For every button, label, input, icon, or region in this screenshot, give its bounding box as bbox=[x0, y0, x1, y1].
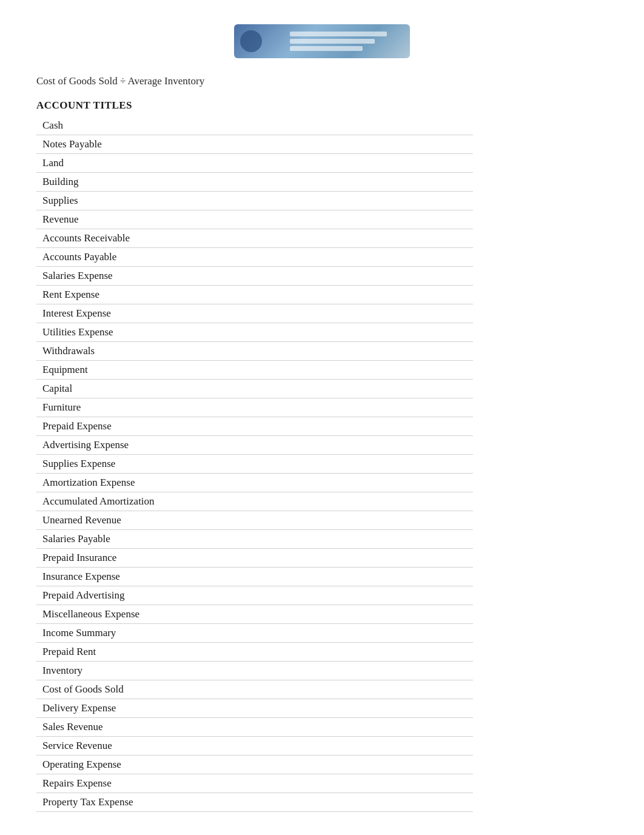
table-row: Cash bbox=[36, 116, 473, 135]
table-row: Furniture bbox=[36, 398, 473, 417]
account-title: Repairs Expense bbox=[36, 774, 473, 793]
table-row: Prepaid Advertising bbox=[36, 586, 473, 605]
account-title: Furniture bbox=[36, 398, 473, 417]
table-row: Income Summary bbox=[36, 624, 473, 643]
table-row: Interest Expense bbox=[36, 304, 473, 323]
account-title: Prepaid Rent bbox=[36, 643, 473, 662]
account-title: Advertising Expense bbox=[36, 436, 473, 455]
table-row: Withdrawals bbox=[36, 342, 473, 361]
subtitle: Cost of Goods Sold ÷ Average Inventory bbox=[36, 75, 204, 87]
table-row: Prepaid Expense bbox=[36, 417, 473, 436]
account-title: Revenue bbox=[36, 210, 473, 229]
account-title: Amortization Expense bbox=[36, 474, 473, 492]
page: Cost of Goods Sold ÷ Average Inventory A… bbox=[0, 0, 644, 835]
logo-text bbox=[290, 32, 387, 51]
logo-line-3 bbox=[290, 46, 363, 51]
account-title: Rent Expense bbox=[36, 286, 473, 304]
account-title: Notes Payable bbox=[36, 135, 473, 154]
account-title: Income Summary bbox=[36, 624, 473, 643]
logo-line-2 bbox=[290, 39, 375, 44]
account-title: Property Tax Expense bbox=[36, 793, 473, 812]
account-title: Supplies Expense bbox=[36, 455, 473, 474]
account-title: Equipment bbox=[36, 361, 473, 380]
account-title: Service Revenue bbox=[36, 737, 473, 756]
account-title: Accounts Receivable bbox=[36, 229, 473, 248]
account-title: Capital bbox=[36, 380, 473, 398]
account-title: Inventory bbox=[36, 662, 473, 680]
table-row: Accounts Payable bbox=[36, 248, 473, 267]
table-row: Salaries Payable bbox=[36, 530, 473, 549]
account-title: Prepaid Expense bbox=[36, 417, 473, 436]
table-row: Salaries Expense bbox=[36, 267, 473, 286]
table-row: Insurance Expense bbox=[36, 568, 473, 586]
section-title: ACCOUNT TITLES bbox=[36, 99, 132, 112]
account-title: Delivery Expense bbox=[36, 699, 473, 718]
table-row: Supplies bbox=[36, 192, 473, 210]
table-row: Repairs Expense bbox=[36, 774, 473, 793]
table-row: Cost of Goods Sold bbox=[36, 680, 473, 699]
table-row: Land bbox=[36, 154, 473, 173]
account-title: Building bbox=[36, 173, 473, 192]
table-row: Accounts Receivable bbox=[36, 229, 473, 248]
logo bbox=[234, 24, 410, 58]
table-row: Delivery Expense bbox=[36, 699, 473, 718]
table-row: Notes Payable bbox=[36, 135, 473, 154]
account-title: Accounts Payable bbox=[36, 248, 473, 267]
table-row: Advertising Expense bbox=[36, 436, 473, 455]
account-title: Operating Expense bbox=[36, 756, 473, 774]
accounts-table: CashNotes PayableLandBuildingSuppliesRev… bbox=[36, 116, 473, 812]
table-row: Inventory bbox=[36, 662, 473, 680]
account-title: Insurance Expense bbox=[36, 568, 473, 586]
account-title: Salaries Payable bbox=[36, 530, 473, 549]
account-title: Prepaid Advertising bbox=[36, 586, 473, 605]
account-title: Utilities Expense bbox=[36, 323, 473, 342]
table-row: Supplies Expense bbox=[36, 455, 473, 474]
account-title: Miscellaneous Expense bbox=[36, 605, 473, 624]
table-row: Prepaid Rent bbox=[36, 643, 473, 662]
account-title: Unearned Revenue bbox=[36, 511, 473, 530]
table-row: Unearned Revenue bbox=[36, 511, 473, 530]
table-row: Amortization Expense bbox=[36, 474, 473, 492]
table-row: Equipment bbox=[36, 361, 473, 380]
table-row: Building bbox=[36, 173, 473, 192]
account-title: Cash bbox=[36, 116, 473, 135]
table-row: Utilities Expense bbox=[36, 323, 473, 342]
account-title: Cost of Goods Sold bbox=[36, 680, 473, 699]
table-row: Prepaid Insurance bbox=[36, 549, 473, 568]
table-row: Capital bbox=[36, 380, 473, 398]
table-row: Sales Revenue bbox=[36, 718, 473, 737]
account-title: Prepaid Insurance bbox=[36, 549, 473, 568]
table-row: Revenue bbox=[36, 210, 473, 229]
account-title: Supplies bbox=[36, 192, 473, 210]
account-title: Salaries Expense bbox=[36, 267, 473, 286]
account-title: Withdrawals bbox=[36, 342, 473, 361]
table-row: Miscellaneous Expense bbox=[36, 605, 473, 624]
account-title: Interest Expense bbox=[36, 304, 473, 323]
account-title: Land bbox=[36, 154, 473, 173]
table-row: Property Tax Expense bbox=[36, 793, 473, 812]
table-row: Rent Expense bbox=[36, 286, 473, 304]
logo-area bbox=[36, 24, 608, 58]
logo-line-1 bbox=[290, 32, 387, 36]
table-row: Accumulated Amortization bbox=[36, 492, 473, 511]
account-title: Sales Revenue bbox=[36, 718, 473, 737]
table-row: Service Revenue bbox=[36, 737, 473, 756]
table-row: Operating Expense bbox=[36, 756, 473, 774]
account-title: Accumulated Amortization bbox=[36, 492, 473, 511]
